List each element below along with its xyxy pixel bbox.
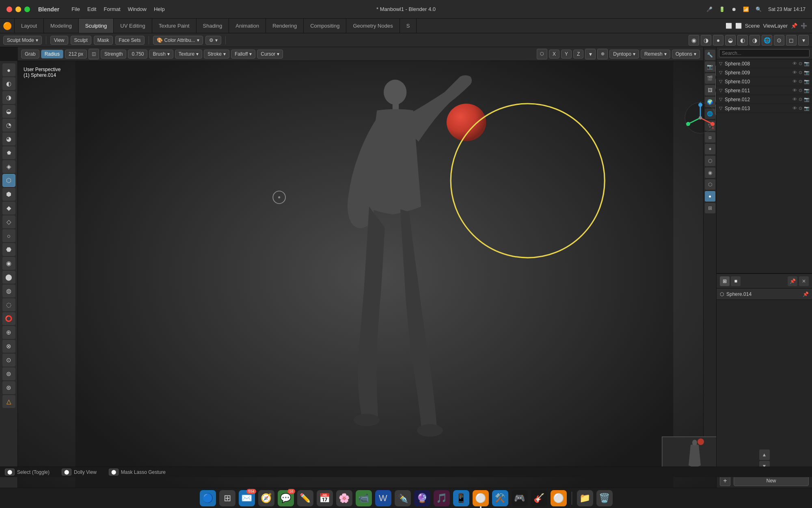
brush-name-btn[interactable]: Grab [21,50,39,59]
dock-safari[interactable]: 🧭 [258,490,274,506]
tab-compositing[interactable]: Compositing [304,19,346,33]
tab-geometry-nodes[interactable]: Geometry Nodes [346,19,400,33]
tool-snake-hook[interactable]: ⬤ [2,271,15,284]
restrict-icon[interactable]: ⊙ [799,70,802,75]
prop-icon-data[interactable]: ⬡ [705,179,715,190]
tool-clay-thumb[interactable]: ◒ [2,105,15,118]
dyntopo-btn[interactable]: Dyntopo ▾ [609,50,639,59]
menu-window[interactable]: Window [128,6,147,12]
tool-thumb[interactable]: ◍ [2,284,15,297]
add-workspace-icon[interactable]: ➕ [801,23,807,29]
scroll-up-btn[interactable]: ▲ [759,449,770,460]
pressure-icon[interactable]: ◫ [89,49,99,59]
prop-icon-particles[interactable]: ✦ [705,144,715,154]
tab-layout[interactable]: Layout [15,19,44,33]
titlebar-icon-search[interactable]: 🔍 [756,7,762,12]
cursor-menu[interactable]: Cursor ▾ [257,50,283,59]
symmetry-icon[interactable]: ⊕ [597,49,608,59]
tool-flatten[interactable]: ⬢ [2,188,15,201]
props-close-btn[interactable]: ✕ [799,276,809,286]
viewport-shading4[interactable]: ◑ [749,35,760,46]
tool-mask[interactable]: △ [2,395,15,408]
strength-btn[interactable]: Strength [101,50,126,59]
dock-garageband[interactable]: 🎸 [531,490,547,506]
prop-icon-viewlayer[interactable]: 🖼 [705,85,715,96]
tool-fill[interactable]: ◆ [2,202,15,215]
tool-pose[interactable]: ◌ [2,298,15,311]
prop-icon-output[interactable]: 🎬 [705,73,715,84]
tool-slide-relax[interactable]: ⊗ [2,340,15,353]
outliner-item-3[interactable]: ▽ Sphere.011 👁 ⊙ 📷 [717,86,812,95]
render-icon[interactable]: 📷 [804,106,810,111]
visibility-icon[interactable]: 👁 [793,70,797,75]
xray-toggle[interactable]: ◻ [786,35,797,46]
dock-word[interactable]: W [375,490,391,506]
more-options[interactable]: ▾ [798,35,809,46]
viewport-shading2[interactable]: ◒ [725,35,736,46]
tool-nudge[interactable]: ⭕ [2,312,15,325]
tab-rendering[interactable]: Rendering [266,19,304,33]
tool-scrape[interactable]: ◇ [2,215,15,228]
tab-shading[interactable]: Shading [197,19,229,33]
dock-finder[interactable]: 🔵 [200,490,216,506]
render-icon[interactable]: 📷 [804,79,810,84]
mask-menu[interactable]: Mask [94,36,113,45]
tool-clay-strips[interactable]: ◑ [2,91,15,104]
tool-simplify[interactable]: ⊛ [2,381,15,394]
pin-icon2[interactable]: 📌 [803,291,809,297]
tab-texture-paint[interactable]: Texture Paint [152,19,197,33]
menu-edit[interactable]: Edit [87,6,96,12]
tab-modeling[interactable]: Modeling [44,19,79,33]
options-btn[interactable]: Options ▾ [672,50,700,59]
color-attribute-btn[interactable]: 🎨 Color Attribu... ▾ [153,36,203,45]
restrict-icon[interactable]: ⊙ [799,88,802,93]
scene-selector[interactable]: Scene [745,23,760,29]
render-icon[interactable]: 📷 [804,70,810,75]
menu-help[interactable]: Help [154,6,165,12]
visibility-icon[interactable]: 👁 [793,106,797,111]
visibility-icon[interactable]: 👁 [793,61,797,66]
tool-crease[interactable]: ◈ [2,160,15,173]
z-axis-btn[interactable]: Z [573,50,583,59]
outliner-item-4[interactable]: ▽ Sphere.012 👁 ⊙ 📷 [717,95,812,104]
brush-menu[interactable]: Brush ▾ [149,50,173,59]
prop-icon-constraints[interactable]: ◉ [705,167,715,178]
y-axis-btn[interactable]: Y [561,50,572,59]
prop-icon-render[interactable]: 📷 [705,61,715,72]
sculpt-mode-selector[interactable]: Sculpt Mode ▾ [3,36,42,45]
tool-clay[interactable]: ◐ [2,77,15,90]
prop-icon-physics[interactable]: ⬡ [705,156,715,166]
dock-facetime[interactable]: 📹 [356,490,372,506]
tab-s[interactable]: S [400,19,417,33]
viewport-shading3[interactable]: ◐ [737,35,748,46]
tool-inflate[interactable]: ◕ [2,132,15,145]
minimize-button[interactable] [15,7,21,12]
outliner-item-0[interactable]: ▽ Sphere.008 👁 ⊙ 📷 [717,59,812,68]
prop-icon-material[interactable]: ● [705,191,715,202]
restrict-icon[interactable]: ⊙ [799,79,802,84]
dock-blender-active[interactable]: ⚪ [473,490,489,506]
tab-uv-editing[interactable]: UV Editing [114,19,152,33]
dock-calendar[interactable]: 📅 [317,490,333,506]
props-pin-btn[interactable]: 📌 [788,276,797,286]
tool-elastic[interactable]: ◉ [2,257,15,270]
view-menu[interactable]: View [50,36,68,45]
falloff-menu[interactable]: Falloff ▾ [231,50,255,59]
remesh-btn[interactable]: Remesh ▾ [641,50,670,59]
sculpt-menu[interactable]: Sculpt [71,36,91,45]
render-icon[interactable]: 📷 [804,88,810,93]
dock-xcode[interactable]: ⚒️ [492,490,508,506]
maximize-button[interactable] [24,7,30,12]
tool-boundary[interactable]: ⊙ [2,354,15,367]
texture-menu[interactable]: Texture ▾ [175,50,202,59]
viewlayer-selector[interactable]: ViewLayer [763,23,788,29]
dock-trash[interactable]: 🗑️ [596,490,613,506]
dock-launchpad[interactable]: ⊞ [219,490,235,506]
stroke-menu[interactable]: Stroke ▾ [204,50,229,59]
menu-format[interactable]: Format [104,6,120,12]
visibility-icon[interactable]: 👁 [793,97,797,102]
shading-icon[interactable]: ◑ [701,35,711,46]
props-tab2[interactable]: ◽ [731,276,741,286]
dock-steam[interactable]: 🎮 [512,490,528,506]
dock-pycharm[interactable]: 🔮 [414,490,430,506]
